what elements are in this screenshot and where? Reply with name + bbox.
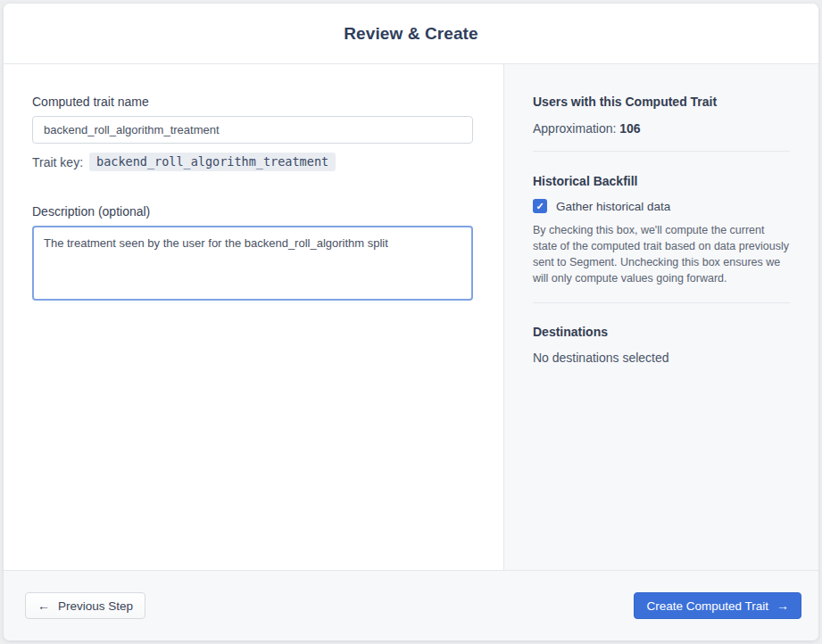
forward-arrow-icon: → [776, 599, 789, 613]
trait-key-value-badge: backend_roll_algorithm_treatment [89, 153, 336, 171]
trait-key-label: Trait key: [32, 155, 83, 169]
gather-historical-checkbox-row[interactable]: ✓ Gather historical data [533, 199, 790, 213]
approximation-value: 106 [619, 121, 640, 136]
summary-panel: Users with this Computed Trait Approxima… [503, 64, 818, 570]
description-label: Description (optional) [32, 204, 475, 219]
trait-name-label: Computed trait name [32, 95, 475, 109]
trait-form-panel: Computed trait name Trait key: backend_r… [4, 64, 503, 570]
trait-name-input[interactable] [32, 116, 473, 144]
section-divider [533, 151, 790, 152]
backfill-heading: Historical Backfill [533, 174, 790, 188]
review-create-modal: Review & Create Computed trait name Trai… [4, 4, 818, 640]
description-textarea[interactable]: The treatment seen by the user for the b… [32, 226, 473, 301]
description-block: Description (optional) The treatment see… [32, 204, 475, 304]
back-arrow-icon: ← [37, 599, 50, 613]
modal-header: Review & Create [4, 4, 818, 64]
destinations-heading: Destinations [533, 325, 790, 339]
previous-step-button[interactable]: ← Previous Step [25, 592, 145, 619]
users-heading: Users with this Computed Trait [533, 95, 790, 109]
approximation-label: Approximation: [533, 121, 616, 136]
gather-historical-label: Gather historical data [556, 200, 670, 213]
backfill-description: By checking this box, we'll compute the … [533, 222, 790, 286]
create-computed-trait-button[interactable]: Create Computed Trait → [634, 592, 801, 619]
main-content: Computed trait name Trait key: backend_r… [4, 64, 818, 570]
section-divider [533, 302, 790, 303]
approximation-line: Approximation: 106 [533, 121, 790, 136]
checkbox-checked-icon[interactable]: ✓ [533, 199, 547, 213]
page-title: Review & Create [344, 24, 477, 44]
create-trait-label: Create Computed Trait [646, 599, 768, 613]
trait-key-row: Trait key: backend_roll_algorithm_treatm… [32, 153, 475, 171]
destinations-value: No destinations selected [533, 351, 790, 365]
previous-step-label: Previous Step [58, 599, 133, 613]
modal-footer: ← Previous Step Create Computed Trait → [4, 570, 818, 640]
